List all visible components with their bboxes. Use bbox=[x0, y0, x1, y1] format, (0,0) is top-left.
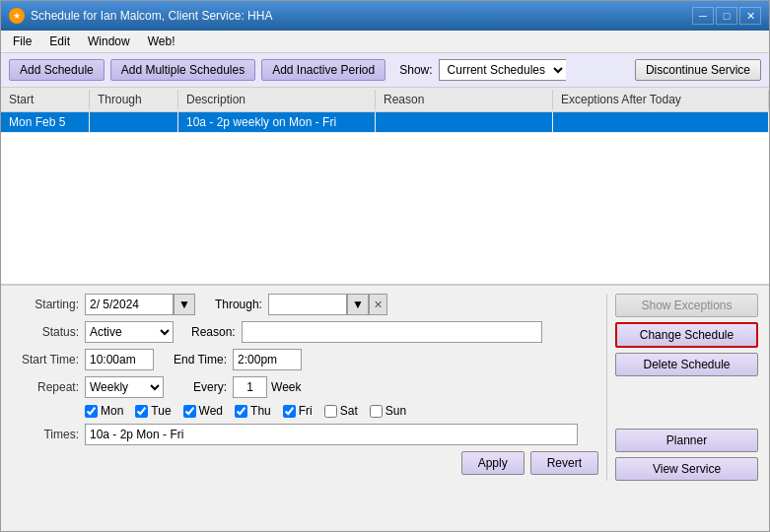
thu-label: Thu bbox=[250, 404, 271, 418]
fri-label: Fri bbox=[299, 404, 313, 418]
repeat-select[interactable]: Weekly bbox=[85, 376, 164, 398]
app-icon: ★ bbox=[9, 8, 25, 24]
close-button[interactable]: ✕ bbox=[739, 7, 761, 25]
through-input[interactable] bbox=[268, 294, 347, 315]
right-panel: Show Exceptions Change Schedule Delete S… bbox=[606, 294, 759, 481]
menu-edit[interactable]: Edit bbox=[41, 33, 78, 50]
start-time-input[interactable] bbox=[85, 349, 154, 370]
mon-checkbox-label[interactable]: Mon bbox=[85, 404, 123, 418]
week-label: Week bbox=[271, 380, 301, 394]
sun-checkbox-label[interactable]: Sun bbox=[370, 404, 406, 418]
show-exceptions-button[interactable]: Show Exceptions bbox=[615, 294, 758, 317]
menu-window[interactable]: Window bbox=[80, 33, 138, 50]
through-clear-button[interactable]: ✕ bbox=[369, 294, 387, 315]
tue-label: Tue bbox=[151, 404, 171, 418]
wed-checkbox-label[interactable]: Wed bbox=[183, 404, 223, 418]
fri-checkbox[interactable] bbox=[283, 405, 296, 418]
starting-row: Starting: ▼ Through: ▼ ✕ bbox=[11, 294, 598, 315]
times-label: Times: bbox=[11, 428, 85, 441]
title-bar: ★ Schedule for Ian Malcom, Client Servic… bbox=[1, 1, 769, 31]
schedule-table: Start Through Description Reason Excepti… bbox=[1, 88, 769, 285]
apply-row: Apply Revert bbox=[11, 451, 598, 475]
col-exceptions: Exceptions After Today bbox=[553, 90, 769, 109]
form-columns: Starting: ▼ Through: ▼ ✕ Status: Active … bbox=[11, 294, 759, 481]
add-multiple-schedules-button[interactable]: Add Multiple Schedules bbox=[110, 59, 255, 81]
days-row: Mon Tue Wed Thu bbox=[11, 404, 598, 418]
reason-input[interactable] bbox=[242, 321, 542, 343]
change-schedule-button[interactable]: Change Schedule bbox=[615, 322, 758, 348]
revert-button[interactable]: Revert bbox=[530, 451, 598, 475]
cell-through bbox=[90, 112, 178, 132]
repeat-row: Repeat: Weekly Every: Week bbox=[11, 376, 598, 398]
time-row: Start Time: End Time: bbox=[11, 349, 598, 370]
table-row[interactable]: Mon Feb 5 10a - 2p weekly on Mon - Fri bbox=[1, 112, 769, 133]
thu-checkbox-label[interactable]: Thu bbox=[235, 404, 271, 418]
title-bar-left: ★ Schedule for Ian Malcom, Client Servic… bbox=[9, 8, 272, 24]
main-window: ★ Schedule for Ian Malcom, Client Servic… bbox=[0, 0, 770, 532]
title-controls: ─ □ ✕ bbox=[692, 7, 761, 25]
every-label: Every: bbox=[193, 380, 227, 394]
maximize-button[interactable]: □ bbox=[716, 7, 737, 25]
table-header: Start Through Description Reason Excepti… bbox=[1, 88, 769, 112]
apply-button[interactable]: Apply bbox=[461, 451, 525, 475]
status-row: Status: Active Reason: bbox=[11, 321, 598, 343]
menu-bar: File Edit Window Web! bbox=[1, 31, 769, 53]
add-inactive-period-button[interactable]: Add Inactive Period bbox=[261, 59, 385, 81]
minimize-button[interactable]: ─ bbox=[692, 7, 714, 25]
cell-description: 10a - 2p weekly on Mon - Fri bbox=[178, 112, 376, 132]
status-label: Status: bbox=[11, 325, 85, 339]
window-title: Schedule for Ian Malcom, Client Service:… bbox=[31, 9, 272, 23]
col-reason: Reason bbox=[376, 90, 553, 109]
cell-start: Mon Feb 5 bbox=[1, 112, 90, 132]
mon-label: Mon bbox=[101, 404, 123, 418]
tue-checkbox-label[interactable]: Tue bbox=[135, 404, 171, 418]
starting-calendar-button[interactable]: ▼ bbox=[174, 294, 195, 315]
status-select[interactable]: Active bbox=[85, 321, 174, 343]
form-area: Starting: ▼ Through: ▼ ✕ Status: Active … bbox=[1, 285, 769, 489]
wed-label: Wed bbox=[199, 404, 223, 418]
reason-label: Reason: bbox=[191, 325, 236, 339]
sun-label: Sun bbox=[385, 404, 406, 418]
table-body: Mon Feb 5 10a - 2p weekly on Mon - Fri bbox=[1, 112, 769, 284]
tue-checkbox[interactable] bbox=[135, 405, 148, 418]
sat-label: Sat bbox=[340, 404, 358, 418]
discontinue-service-button[interactable]: Discontinue Service bbox=[635, 59, 761, 81]
cell-exceptions bbox=[553, 112, 769, 132]
delete-schedule-button[interactable]: Delete Schedule bbox=[615, 353, 758, 376]
col-start: Start bbox=[1, 90, 90, 109]
starting-label: Starting: bbox=[11, 298, 85, 311]
col-through: Through bbox=[90, 90, 178, 109]
form-left: Starting: ▼ Through: ▼ ✕ Status: Active … bbox=[11, 294, 598, 481]
end-time-input[interactable] bbox=[233, 349, 302, 370]
times-input[interactable] bbox=[85, 424, 578, 445]
mon-checkbox[interactable] bbox=[85, 405, 98, 418]
thu-checkbox[interactable] bbox=[235, 405, 247, 418]
sun-checkbox[interactable] bbox=[370, 405, 383, 418]
fri-checkbox-label[interactable]: Fri bbox=[283, 404, 313, 418]
starting-input[interactable] bbox=[85, 294, 174, 315]
add-schedule-button[interactable]: Add Schedule bbox=[9, 59, 105, 81]
wed-checkbox[interactable] bbox=[183, 405, 196, 418]
times-row: Times: bbox=[11, 424, 598, 445]
menu-web[interactable]: Web! bbox=[140, 33, 183, 50]
repeat-label: Repeat: bbox=[11, 380, 85, 394]
start-time-label: Start Time: bbox=[11, 353, 85, 366]
through-label: Through: bbox=[215, 298, 262, 311]
view-service-button[interactable]: View Service bbox=[615, 457, 758, 481]
show-label: Show: bbox=[399, 63, 432, 77]
cell-reason bbox=[376, 112, 553, 132]
toolbar: Add Schedule Add Multiple Schedules Add … bbox=[1, 53, 769, 88]
every-input[interactable] bbox=[233, 376, 267, 398]
end-time-label: End Time: bbox=[174, 353, 227, 366]
days-checkboxes: Mon Tue Wed Thu bbox=[85, 404, 406, 418]
sat-checkbox-label[interactable]: Sat bbox=[324, 404, 358, 418]
col-description: Description bbox=[178, 90, 376, 109]
planner-button[interactable]: Planner bbox=[615, 429, 758, 452]
show-select[interactable]: Current Schedules bbox=[439, 59, 566, 81]
through-dropdown-button[interactable]: ▼ bbox=[347, 294, 369, 315]
sat-checkbox[interactable] bbox=[324, 405, 337, 418]
show-dropdown: Current Schedules bbox=[439, 59, 566, 81]
menu-file[interactable]: File bbox=[5, 33, 39, 50]
